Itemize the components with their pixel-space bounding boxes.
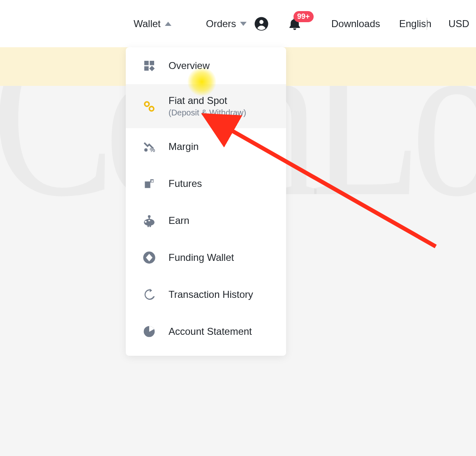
menu-futures-label: Futures [169,178,202,189]
svg-rect-12 [150,225,151,227]
earn-icon [141,213,157,228]
svg-point-10 [145,221,147,223]
svg-rect-2 [144,61,149,65]
menu-account-statement-label: Account Statement [169,326,252,337]
notifications-button[interactable]: 99+ [288,17,302,31]
menu-item-fiat-and-spot[interactable]: Fiat and Spot (Deposit & Withdraw) [126,84,286,128]
svg-rect-4 [144,66,149,71]
menu-item-earn[interactable]: Earn [126,202,286,239]
nav-currency-label: USD [448,18,469,30]
nav-downloads-label: Downloads [331,18,380,30]
wallet-dropdown: Overview Fiat and Spot (Deposit & Withdr… [126,47,286,356]
nav-currency[interactable]: USD [448,18,469,30]
menu-margin-label: Margin [169,141,199,152]
svg-point-1 [259,20,263,24]
svg-rect-13 [148,220,150,221]
menu-earn-label: Earn [169,215,189,226]
menu-funding-wallet-label: Funding Wallet [169,252,234,263]
profile-icon[interactable] [254,16,269,31]
nav-divider [427,18,427,30]
account-statement-icon [141,324,157,339]
menu-transaction-history-label: Transaction History [169,289,253,300]
futures-icon [141,176,157,191]
menu-overview-label: Overview [169,60,210,71]
nav-orders[interactable]: Orders [206,18,247,30]
fiat-spot-icon [141,99,157,114]
top-navigation: Wallet Orders 99+ Downloads English USD [0,0,476,47]
funding-wallet-icon [141,250,157,265]
svg-rect-3 [150,61,154,65]
menu-item-funding-wallet[interactable]: Funding Wallet [126,239,286,276]
svg-rect-9 [149,217,150,220]
caret-down-icon [240,22,247,26]
nav-orders-label: Orders [206,18,236,30]
transaction-history-icon: $ [141,287,157,302]
menu-item-futures[interactable]: Futures [126,165,286,202]
menu-item-overview[interactable]: Overview [126,47,286,84]
menu-item-margin[interactable]: % Margin [126,128,286,165]
menu-item-account-statement[interactable]: Account Statement [126,313,286,350]
svg-point-5 [144,148,148,152]
notification-badge: 99+ [293,11,314,22]
svg-text:%: % [150,147,155,153]
nav-wallet-label: Wallet [134,18,161,30]
nav-downloads[interactable]: Downloads [331,18,380,30]
overview-icon [141,58,157,74]
svg-rect-11 [148,225,149,227]
nav-wallet[interactable]: Wallet [134,18,171,30]
caret-up-icon [165,22,171,26]
margin-icon: % [141,139,157,154]
menu-item-transaction-history[interactable]: $ Transaction History [126,276,286,313]
menu-fiat-spot-label: Fiat and Spot [169,95,246,106]
menu-fiat-spot-sub: (Deposit & Withdraw) [169,108,246,117]
